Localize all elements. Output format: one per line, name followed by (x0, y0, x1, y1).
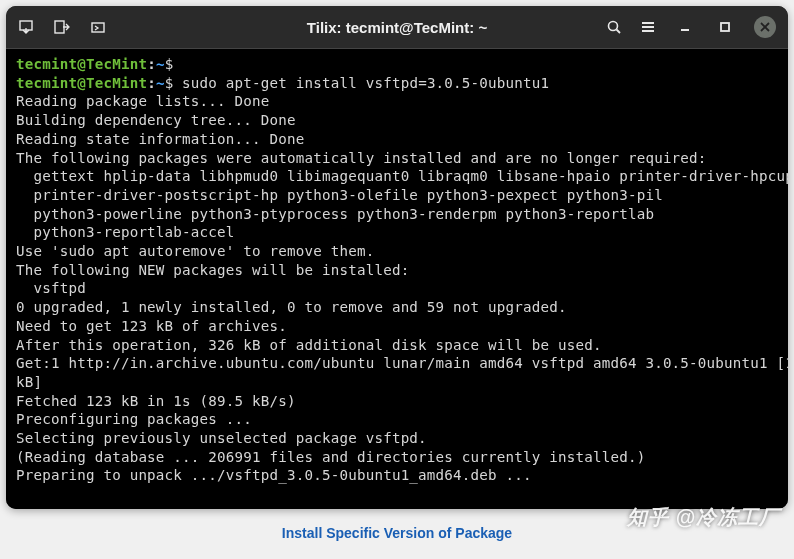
output-line: python3-powerline python3-ptyprocess pyt… (16, 206, 654, 222)
terminal-window: Tilix: tecmint@TecMint: ~ tecmint@TecMin… (6, 6, 788, 509)
prompt-colon: : (147, 75, 156, 91)
prompt-symbol: $ (165, 56, 174, 72)
output-line: 0 upgraded, 1 newly installed, 0 to remo… (16, 299, 567, 315)
broadcast-icon[interactable] (90, 19, 106, 35)
window-title: Tilix: tecmint@TecMint: ~ (307, 19, 487, 36)
output-line: Fetched 123 kB in 1s (89.5 kB/s) (16, 393, 296, 409)
new-terminal-right-icon[interactable] (54, 19, 70, 35)
titlebar-right-controls (606, 16, 776, 38)
titlebar: Tilix: tecmint@TecMint: ~ (6, 6, 788, 48)
output-line: (Reading database ... 206991 files and d… (16, 449, 645, 465)
output-line: vsftpd (16, 280, 86, 296)
prompt-path: ~ (156, 56, 165, 72)
svg-rect-9 (721, 23, 729, 31)
output-line: Reading package lists... Done (16, 93, 270, 109)
close-button[interactable] (754, 16, 776, 38)
output-line: Use 'sudo apt autoremove' to remove them… (16, 243, 374, 259)
output-line: The following NEW packages will be insta… (16, 262, 409, 278)
new-terminal-down-icon[interactable] (18, 19, 34, 35)
output-line: Get:1 http://in.archive.ubuntu.com/ubunt… (16, 355, 788, 371)
watermark-author: @冷冻工厂 (675, 504, 780, 531)
output-line: Preparing to unpack .../vsftpd_3.0.5-0ub… (16, 467, 532, 483)
search-icon[interactable] (606, 19, 622, 35)
watermark-logo: 知乎 (627, 504, 669, 531)
prompt-path: ~ (156, 75, 165, 91)
output-line: The following packages were automaticall… (16, 150, 707, 166)
output-line: kB] (16, 374, 42, 390)
prompt-user: tecmint@TecMint (16, 56, 147, 72)
output-line: Need to get 123 kB of archives. (16, 318, 287, 334)
command-input-2: sudo apt-get install vsftpd=3.0.5-0ubunt… (173, 75, 549, 91)
prompt-user: tecmint@TecMint (16, 75, 147, 91)
prompt-colon: : (147, 56, 156, 72)
minimize-button[interactable] (674, 16, 696, 38)
terminal-body[interactable]: tecmint@TecMint:~$ tecmint@TecMint:~$ su… (6, 48, 788, 509)
titlebar-left-controls (18, 19, 106, 35)
output-line: Selecting previously unselected package … (16, 430, 427, 446)
output-line: printer-driver-postscript-hp python3-ole… (16, 187, 663, 203)
output-line: After this operation, 326 kB of addition… (16, 337, 602, 353)
output-line: Building dependency tree... Done (16, 112, 296, 128)
output-line: Reading state information... Done (16, 131, 304, 147)
watermark: 知乎 @冷冻工厂 (627, 504, 780, 531)
output-line: gettext hplip-data libhpmud0 libimagequa… (16, 168, 788, 184)
output-line: Preconfiguring packages ... (16, 411, 252, 427)
output-line: python3-reportlab-accel (16, 224, 235, 240)
svg-line-4 (617, 30, 621, 34)
svg-rect-1 (55, 21, 64, 33)
svg-point-3 (609, 22, 618, 31)
maximize-button[interactable] (714, 16, 736, 38)
hamburger-menu-icon[interactable] (640, 19, 656, 35)
